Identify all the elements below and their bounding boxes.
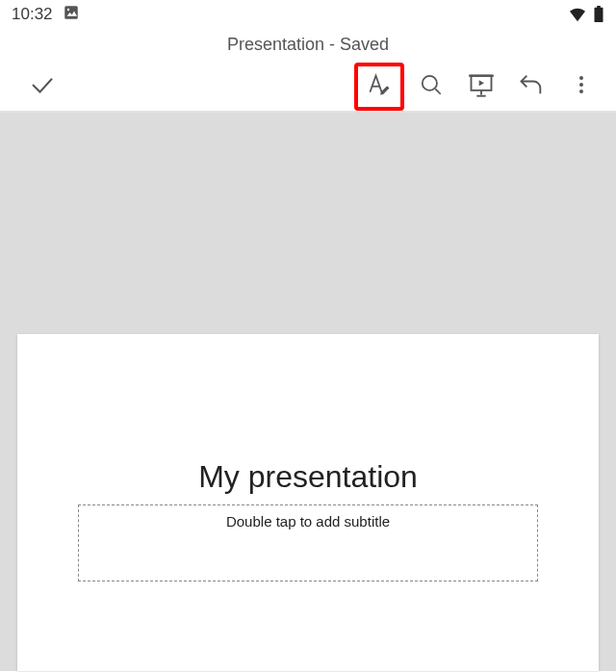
more-vertical-icon (570, 73, 593, 100)
svg-point-15 (579, 90, 583, 93)
undo-button[interactable] (506, 63, 556, 111)
present-button[interactable] (456, 63, 506, 111)
wifi-icon (568, 7, 587, 22)
done-button[interactable] (17, 63, 67, 111)
toolbar (0, 63, 616, 111)
search-button[interactable] (406, 63, 456, 111)
svg-point-13 (579, 76, 583, 80)
check-icon (28, 70, 57, 103)
slide-subtitle-placeholder[interactable]: Double tap to add subtitle (78, 504, 538, 582)
svg-rect-0 (64, 6, 78, 19)
status-bar: 10:32 (0, 0, 616, 29)
document-title: Presentation - Saved (0, 29, 616, 63)
svg-point-14 (579, 83, 583, 87)
svg-rect-4 (597, 6, 601, 8)
image-icon (63, 4, 80, 26)
edit-text-button[interactable] (354, 63, 404, 111)
present-icon (468, 71, 495, 102)
svg-point-6 (423, 76, 437, 90)
battery-icon (593, 6, 604, 23)
svg-rect-3 (595, 8, 603, 22)
svg-line-7 (435, 89, 440, 93)
svg-point-2 (66, 8, 68, 10)
slide[interactable]: My presentation Double tap to add subtit… (17, 334, 599, 671)
svg-marker-12 (479, 80, 484, 86)
text-edit-icon (366, 71, 393, 102)
slide-title[interactable]: My presentation (17, 459, 599, 495)
more-button[interactable] (556, 63, 606, 111)
search-icon (419, 72, 444, 101)
undo-icon (518, 71, 545, 102)
status-time: 10:32 (12, 5, 53, 24)
canvas-area[interactable]: My presentation Double tap to add subtit… (0, 113, 616, 671)
